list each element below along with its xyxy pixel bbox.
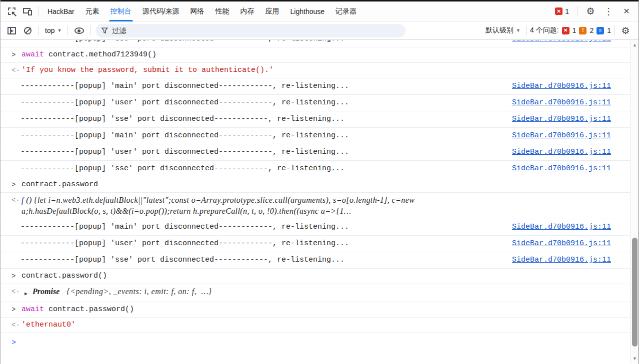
return-marker: <· [12,195,22,206]
tab-application[interactable]: 应用 [260,1,285,21]
source-link[interactable]: SideBar.d70b0916.js:11 [512,114,611,125]
source-link[interactable]: SideBar.d70b0916.js:11 [512,40,611,44]
log-levels-dropdown[interactable]: 默认级别 ▼ [482,26,524,35]
filter-funnel-icon [102,27,108,34]
console-result-row: <· 'If you know the password, submit it … [0,63,630,78]
command-text: contract.password() [22,272,107,280]
expand-triangle-icon[interactable]: ▶ [24,289,28,300]
promise-label: Promise [32,286,60,297]
log-text: ------------[popup] 'user' port disconne… [0,147,349,158]
keyword: await [22,50,48,59]
divider [90,25,90,35]
error-badge-icon: ✕ [555,7,562,15]
log-text: ------------[popup] 'user' port disconne… [0,238,349,249]
log-text: ------------[popup] 'main' port disconne… [0,130,349,141]
scroll-up-arrow[interactable]: ▲ [630,41,638,49]
input-marker: > [12,304,22,315]
command-text: contract.password [22,180,98,189]
return-marker: <· [12,320,22,331]
inspect-element-button[interactable]: ↖ [4,4,20,19]
tab-recorder[interactable]: 记录器 [330,1,362,21]
command-text: contract.password() [48,305,134,314]
tab-network[interactable]: 网络 [185,1,210,21]
tab-performance[interactable]: 性能 [210,1,235,21]
vertical-scrollbar[interactable]: ▲ ▼ [630,40,638,364]
chevron-down-icon: ▼ [516,28,520,33]
console-toolbar: ▶ top ▼ 默认级别 ▼ 4 个问题: [0,21,638,40]
gear-icon: ⚙ [621,25,630,36]
console-input-row[interactable]: > [0,333,630,351]
live-expression-button[interactable] [71,23,87,38]
devtools-tab-bar: ↖ HackBar 元素 控制台 源代码/来源 网络 性能 内存 应用 Ligh… [0,1,638,21]
tab-memory[interactable]: 内存 [235,1,260,21]
source-link[interactable]: SideBar.d70b0916.js:11 [512,97,611,108]
string-result: 'ethernaut0' [22,320,76,331]
filter-input[interactable] [112,26,400,34]
log-text: ------------[popup] 'sse' port disconnec… [0,114,344,125]
divider [614,25,614,35]
close-devtools-button[interactable]: ✕ [618,4,634,19]
scrollbar-thumb[interactable] [632,238,638,347]
console-result-row: <· 'ethernaut0' [0,318,630,333]
input-marker: > [12,179,22,190]
clear-console-button[interactable] [20,23,36,38]
tab-console[interactable]: 控制台 [105,1,137,21]
device-toolbar-button[interactable] [20,4,36,19]
source-link[interactable]: SideBar.d70b0916.js:11 [512,130,611,141]
kebab-icon: ⋮ [604,6,613,17]
console-sidebar-toggle[interactable]: ▶ [4,23,20,38]
function-source: f () {let i=n.web3.eth.defaultBlock||"la… [22,195,414,217]
console-command-row: > await contract.password() [0,302,630,318]
tab-sources[interactable]: 源代码/来源 [137,1,185,21]
issues-label: 4 个问题: [530,26,559,35]
divider [38,25,39,35]
console-command-row: > await contract.method7123949() [0,47,630,63]
sidebar-icon: ▶ [8,27,16,34]
error-count-button[interactable]: ✕ 1 [555,7,569,15]
close-icon: ✕ [623,6,630,16]
promise-preview: {<pending>, _events: i, emit: f, on: f, … [66,286,212,297]
log-text: ------------[popup] 'main' port disconne… [0,81,349,92]
string-result: 'If you know the password, submit it to … [22,65,274,76]
source-link[interactable]: SideBar.d70b0916.js:11 [512,163,611,174]
log-text: ------------[popup] 'sse' port disconnec… [0,255,344,266]
console-log-row: ------------[popup] 'sse' port disconnec… [0,161,630,177]
scroll-down-arrow[interactable]: ▼ [630,355,638,363]
console-command-row: > contract.password [0,177,630,193]
tab-hackbar[interactable]: HackBar [42,1,80,21]
console-log-row: ------------[popup] 'main' port disconne… [0,128,630,144]
device-toolbar-icon [23,8,32,14]
return-marker: <· [12,65,22,76]
console-filter-box[interactable] [96,24,406,37]
source-link[interactable]: SideBar.d70b0916.js:11 [512,255,611,266]
clear-console-icon [24,27,32,34]
source-link[interactable]: SideBar.d70b0916.js:11 [512,147,611,158]
tab-lighthouse[interactable]: Lighthouse [285,1,330,21]
console-promise-result-row[interactable]: <· ▶ Promise {<pending>, _events: i, emi… [0,284,630,302]
console-log-row: ------------[popup] 'user' port disconne… [0,236,630,252]
issues-counter[interactable]: 4 个问题: ✕ 1 ! 2 ≡ 1 [530,26,611,35]
log-text: ------------[popup] 'sse' port disconnec… [0,40,344,44]
command-text: contract.method7123949() [48,50,156,59]
console-log-row: ------------[popup] 'sse' port disconnec… [0,40,630,47]
source-link[interactable]: SideBar.d70b0916.js:11 [512,222,611,233]
devtools-window: ↖ HackBar 元素 控制台 源代码/来源 网络 性能 内存 应用 Ligh… [0,0,639,364]
console-log-row: ------------[popup] 'sse' port disconnec… [0,252,630,269]
issue-error-icon: ✕ [562,27,570,34]
issue-warning-icon: ! [579,27,586,34]
console-log-row: ------------[popup] 'main' port disconne… [0,78,630,95]
more-options-button[interactable]: ⋮ [600,4,616,19]
javascript-context-dropdown[interactable]: top ▼ [42,26,64,34]
source-link[interactable]: SideBar.d70b0916.js:11 [512,81,611,92]
divider [577,6,578,16]
console-settings-button[interactable]: ⚙ [618,23,634,38]
input-marker: > [12,271,22,282]
tab-elements[interactable]: 元素 [80,1,105,21]
input-marker: > [12,49,22,60]
console-log-row: ------------[popup] 'user' port disconne… [0,144,630,161]
source-link[interactable]: SideBar.d70b0916.js:11 [512,238,611,249]
console-panel[interactable]: ------------[popup] 'sse' port disconnec… [0,40,638,364]
keyword: await [22,305,48,314]
console-function-result-row: <· f () {let i=n.web3.eth.defaultBlock||… [0,193,630,219]
settings-button[interactable]: ⚙ [582,4,598,19]
